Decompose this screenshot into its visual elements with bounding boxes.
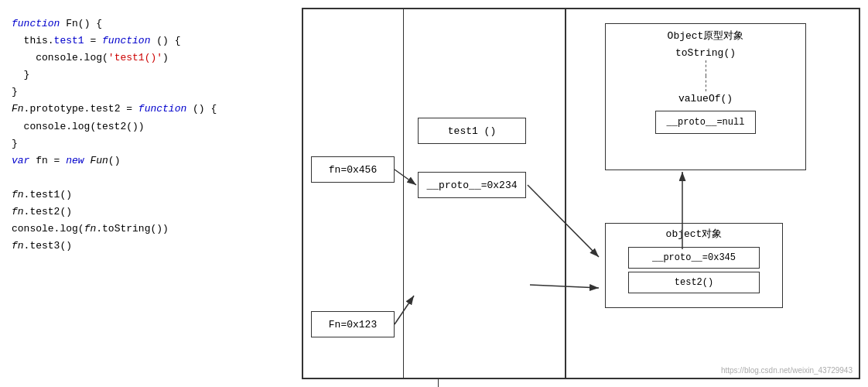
object-proto-title: Object原型对象 — [606, 24, 805, 46]
code-line-5: } — [12, 84, 290, 101]
col-mid — [303, 378, 439, 387]
box-test1: test1 () — [418, 118, 526, 144]
code-line-11: fn.test2() — [12, 204, 290, 221]
code-line-10: fn.test1() — [12, 187, 290, 204]
italic-fn-proto: Fn — [12, 103, 24, 115]
code-line-8: } — [12, 135, 290, 152]
right-outer: Object原型对象 toString() valueOf() __proto_… — [565, 9, 859, 378]
kw-function-1: function — [12, 18, 60, 29]
code-line-12: console.log(fn.toString()) — [12, 221, 290, 238]
object-obj-box: object对象 __proto__=0x345 test2() — [605, 223, 783, 308]
kw-function-3: function — [138, 103, 186, 115]
method-tostring: toString() — [606, 46, 805, 60]
fn-name: Fn — [66, 18, 78, 29]
object-obj-title: object对象 — [606, 224, 782, 244]
code-line-blank — [12, 170, 290, 187]
box-fn123: Fn=0x123 — [311, 311, 395, 337]
code-line-7: console.log(test2()) — [12, 118, 290, 135]
code-line-1: function Fn() { — [12, 15, 290, 33]
italic-fn-2: fn — [12, 206, 24, 217]
code-line-2: this.test1 = function () { — [12, 33, 290, 50]
str-test1: 'test1()' — [108, 52, 162, 63]
object-proto-box: Object原型对象 toString() valueOf() __proto_… — [605, 23, 806, 170]
italic-fn-1: fn — [12, 189, 24, 200]
code-line-9: var fn = new Fun() — [12, 152, 290, 170]
inner-proto345: __proto__=0x345 — [628, 247, 760, 269]
method-valueof: valueOf() — [606, 91, 805, 106]
italic-fn-3: fn — [84, 223, 97, 235]
box-fn456: fn=0x456 — [311, 156, 395, 183]
code-line-13: fn.test3() — [12, 238, 290, 255]
code-line-4: } — [12, 67, 290, 84]
inner-test2: test2() — [628, 272, 760, 293]
proto-null-label: __proto__=null — [667, 117, 745, 128]
code-panel: function Fn() { this.test1 = function ()… — [8, 8, 294, 379]
diagram-area: fn=0x456 Fn=0x123 test1 () __proto__=0x2… — [302, 8, 860, 379]
inner-proto345-label: __proto__=0x345 — [652, 252, 736, 263]
kw-var: var — [12, 155, 29, 166]
code-line-6: Fn.prototype.test2 = function () { — [12, 101, 290, 118]
code-line-3: console.log('test1()') — [12, 50, 290, 67]
dashed-line-1 — [706, 60, 706, 76]
box-proto234: __proto__=0x234 — [418, 172, 526, 198]
fn123-label: Fn=0x123 — [329, 319, 377, 330]
dashed-line-2 — [706, 76, 706, 91]
kw-function-2: function — [102, 35, 150, 46]
fn456-label: fn=0x456 — [329, 164, 377, 176]
box-proto-null: __proto__=null — [655, 111, 756, 134]
italic-fun: Fun — [90, 155, 108, 166]
code-test1: test1 — [54, 35, 84, 46]
test1-label: test1 () — [448, 125, 496, 137]
italic-fn-4: fn — [12, 240, 24, 252]
inner-test2-label: test2() — [675, 277, 713, 288]
watermark: https://blog.csdn.net/weixin_43729943 — [721, 366, 853, 375]
kw-new: new — [66, 155, 84, 166]
proto234-label: __proto__=0x234 — [426, 180, 517, 191]
